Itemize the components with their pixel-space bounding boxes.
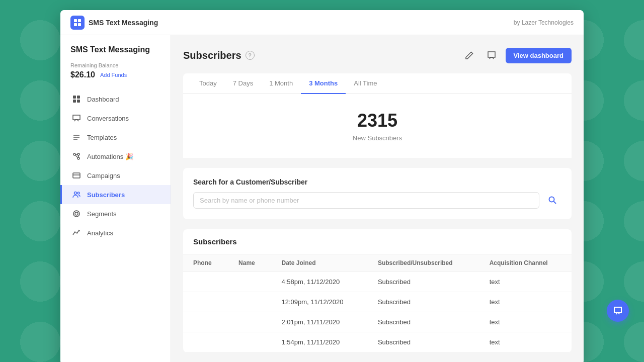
subscribers-section-title: Subscribers [183, 229, 572, 254]
cell-status: Subscribed [368, 312, 479, 332]
svg-rect-2 [74, 23, 77, 26]
nav-icon-segments [72, 209, 81, 218]
sidebar-item-label: Analytics [87, 229, 113, 237]
view-dashboard-button[interactable]: View dashboard [506, 48, 572, 63]
tab-7days[interactable]: 7 Days [225, 73, 261, 94]
app-title: SMS Text Messaging [89, 19, 158, 27]
balance-amount: $26.10 [70, 70, 95, 79]
cell-date_joined: 12:09pm, 11/12/2020 [272, 292, 368, 312]
nav-icon-templates [72, 133, 81, 142]
svg-point-22 [75, 212, 78, 215]
cell-status: Subscribed [368, 292, 479, 312]
col-phone: Phone [183, 254, 228, 272]
content-area: Subscribers ? View da [171, 35, 584, 362]
table-row[interactable]: 4:58pm, 11/12/2020Subscribedtext [183, 272, 572, 292]
svg-point-13 [77, 153, 79, 155]
top-bar: SMS Text Messaging by Lazer Technologies [60, 10, 584, 35]
svg-point-23 [549, 197, 554, 202]
stats-label: New Subscribers [199, 134, 555, 142]
stats-number: 2315 [199, 110, 555, 131]
chat-icon[interactable] [484, 47, 500, 63]
svg-rect-5 [77, 96, 80, 99]
cell-status: Subscribed [368, 332, 479, 352]
sidebar-item-label: Conversations [87, 115, 129, 122]
svg-point-21 [73, 211, 79, 217]
chat-fab-button[interactable] [607, 300, 629, 322]
svg-rect-1 [78, 19, 81, 22]
help-icon[interactable]: ? [246, 51, 255, 60]
sidebar-balance: Remaining Balance $26.10 Add Funds [60, 62, 171, 89]
cell-channel: text [479, 332, 572, 352]
cell-channel: text [479, 292, 572, 312]
sidebar-item-conversations[interactable]: Conversations [60, 109, 171, 128]
tab-today[interactable]: Today [191, 73, 225, 94]
table-row[interactable]: 12:09pm, 11/12/2020Subscribedtext [183, 292, 572, 312]
sidebar-item-dashboard[interactable]: Dashboard [60, 89, 171, 109]
tab-1month[interactable]: 1 Month [261, 73, 301, 94]
cell-date_joined: 1:54pm, 11/11/2020 [272, 332, 368, 352]
sidebar-item-segments[interactable]: Segments [60, 204, 171, 223]
tab-3months[interactable]: 3 Months [301, 73, 346, 94]
search-button[interactable] [543, 191, 561, 209]
cell-phone [183, 292, 228, 312]
sidebar-item-analytics[interactable]: Analytics [60, 223, 171, 242]
cell-channel: text [479, 312, 572, 332]
search-input[interactable] [193, 192, 539, 209]
search-title: Search for a Customer/Subscriber [193, 178, 561, 186]
cell-name [228, 272, 271, 292]
table-body: 4:58pm, 11/12/2020Subscribedtext12:09pm,… [183, 272, 572, 352]
sidebar-item-label: Subscribers [87, 191, 125, 199]
nav-icon-automations [72, 152, 81, 161]
table-row[interactable]: 1:54pm, 11/11/2020Subscribedtext [183, 332, 572, 352]
logo-icon [70, 16, 85, 30]
col-date-joined: Date Joined [272, 254, 368, 272]
balance-label: Remaining Balance [70, 62, 160, 68]
svg-rect-6 [73, 100, 76, 103]
page-header: Subscribers ? View da [183, 47, 572, 63]
subscribers-table: PhoneNameDate JoinedSubscribed/Unsubscri… [183, 254, 572, 352]
svg-line-24 [554, 202, 556, 204]
edit-icon[interactable] [461, 47, 477, 63]
app-logo: SMS Text Messaging [70, 16, 158, 30]
sidebar-item-campaigns[interactable]: Campaigns [60, 166, 171, 185]
header-actions: View dashboard [461, 47, 572, 63]
nav-icon-campaigns [72, 171, 81, 180]
table-row[interactable]: 2:01pm, 11/11/2020Subscribedtext [183, 312, 572, 332]
col-subscribed-unsubscribed: Subscribed/Unsubscribed [368, 254, 479, 272]
table-header: PhoneNameDate JoinedSubscribed/Unsubscri… [183, 254, 572, 272]
sidebar-item-label: Templates [87, 134, 117, 141]
svg-rect-17 [73, 173, 80, 178]
cell-phone [183, 272, 228, 292]
cell-name [228, 332, 271, 352]
sidebar-title: SMS Text Messaging [60, 45, 171, 62]
sidebar-item-label: Automations 🎉 [87, 153, 133, 160]
svg-rect-7 [77, 100, 80, 103]
topbar-credit: by Lazer Technologies [514, 19, 574, 26]
sidebar-item-subscribers[interactable]: Subscribers [60, 185, 171, 204]
sidebar: SMS Text Messaging Remaining Balance $26… [60, 35, 171, 362]
sidebar-item-label: Campaigns [87, 172, 120, 179]
subscribers-section: Subscribers PhoneNameDate JoinedSubscrib… [183, 229, 572, 352]
sidebar-item-automations[interactable]: Automations 🎉 [60, 147, 171, 166]
nav-icon-dashboard [72, 95, 81, 104]
sidebar-item-label: Segments [87, 210, 117, 218]
sidebar-nav: Dashboard Conversations Templates Automa… [60, 89, 171, 242]
svg-line-16 [75, 155, 77, 157]
cell-phone [183, 332, 228, 352]
svg-point-11 [73, 153, 75, 155]
col-acquisition-channel: Acquisition Channel [479, 254, 572, 272]
stats-card: 2315 New Subscribers [183, 94, 572, 158]
svg-point-19 [74, 192, 77, 195]
nav-icon-analytics [72, 228, 81, 237]
tab-alltime[interactable]: All Time [346, 73, 385, 94]
cell-date_joined: 2:01pm, 11/11/2020 [272, 312, 368, 332]
svg-rect-4 [73, 96, 76, 99]
col-name: Name [228, 254, 271, 272]
add-funds-link[interactable]: Add Funds [100, 72, 127, 78]
cell-date_joined: 4:58pm, 11/12/2020 [272, 272, 368, 292]
svg-point-12 [77, 157, 79, 159]
sidebar-item-label: Dashboard [87, 96, 119, 103]
svg-rect-0 [74, 19, 77, 22]
sidebar-item-templates[interactable]: Templates [60, 128, 171, 147]
nav-icon-conversations [72, 114, 81, 123]
